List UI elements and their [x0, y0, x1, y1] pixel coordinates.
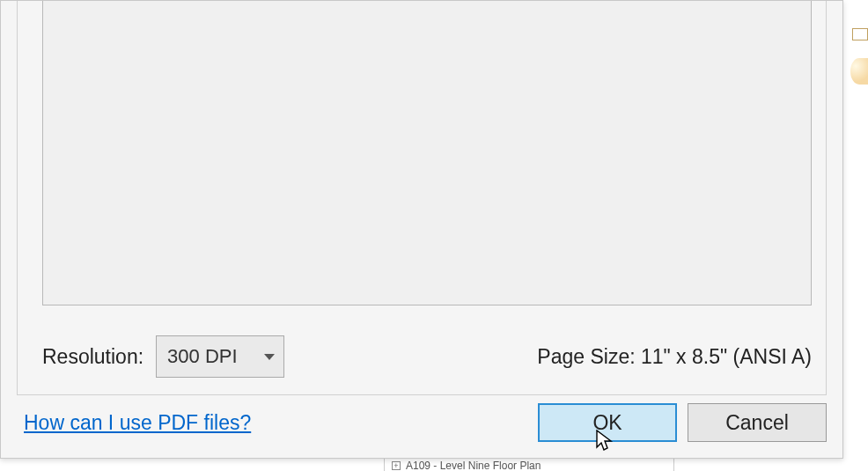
resolution-value: 300 DPI	[167, 345, 238, 368]
background-tree-item: + A109 - Level Nine Floor Plan	[392, 460, 541, 471]
dialog-window: Resolution: 300 DPI Page Size: 11" x 8.5…	[0, 0, 843, 459]
background-badge	[852, 28, 868, 40]
resolution-label: Resolution:	[42, 345, 143, 369]
chevron-down-icon	[264, 354, 275, 360]
tree-item-label: A109 - Level Nine Floor Plan	[406, 460, 541, 471]
background-shape	[850, 58, 868, 85]
dialog-footer: How can I use PDF files? OK Cancel	[17, 396, 827, 458]
page-size-label: Page Size: 11" x 8.5" (ANSI A)	[537, 345, 812, 369]
ok-button-label: OK	[592, 411, 622, 435]
options-row: Resolution: 300 DPI Page Size: 11" x 8.5…	[42, 335, 812, 378]
help-link[interactable]: How can I use PDF files?	[24, 411, 251, 435]
button-row: OK Cancel	[538, 403, 827, 442]
resolution-group: Resolution: 300 DPI	[42, 335, 284, 378]
ok-button[interactable]: OK	[538, 403, 677, 442]
resolution-dropdown[interactable]: 300 DPI	[156, 335, 284, 378]
cancel-button[interactable]: Cancel	[688, 403, 827, 442]
tree-expand-icon: +	[392, 461, 401, 470]
dialog-content-panel: Resolution: 300 DPI Page Size: 11" x 8.5…	[17, 1, 827, 395]
background-area	[843, 0, 868, 471]
cancel-button-label: Cancel	[725, 411, 789, 435]
preview-area	[42, 1, 812, 305]
